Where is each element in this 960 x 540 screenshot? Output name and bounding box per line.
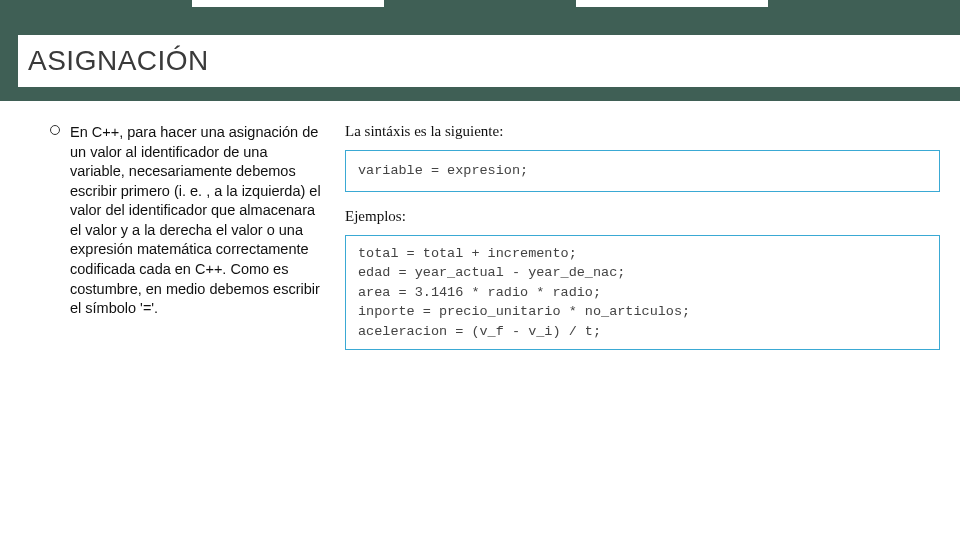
accent-bar-segment: [768, 0, 960, 7]
right-column: La sintáxis es la siguiente: variable = …: [345, 123, 940, 366]
bullet-text: En C++, para hacer una asignación de un …: [70, 123, 325, 319]
top-accent-bars: [0, 0, 960, 7]
bullet-icon: [50, 125, 60, 135]
accent-bar-gap: [192, 0, 384, 7]
syntax-code-box: variable = expresion;: [345, 150, 940, 192]
examples-code-box: total = total + incremento; edad = year_…: [345, 235, 940, 351]
content-area: En C++, para hacer una asignación de un …: [0, 101, 960, 366]
syntax-label: La sintáxis es la siguiente:: [345, 123, 940, 140]
accent-bar-segment: [0, 0, 192, 7]
examples-label: Ejemplos:: [345, 208, 940, 225]
accent-bar-gap: [576, 0, 768, 7]
title-band: ASIGNACIÓN: [0, 7, 960, 101]
left-column: En C++, para hacer una asignación de un …: [20, 123, 325, 366]
title-inner: ASIGNACIÓN: [18, 35, 960, 87]
slide-title: ASIGNACIÓN: [28, 45, 960, 77]
accent-bar-segment: [384, 0, 576, 7]
